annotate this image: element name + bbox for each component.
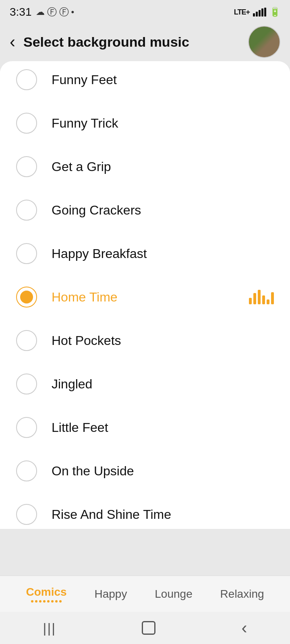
music-item-label: Rise And Shine Time [52, 507, 274, 522]
status-time: 3:31 ☁ Ⓕ Ⓕ • [10, 6, 74, 19]
menu-button[interactable]: ||| [43, 620, 56, 636]
avatar [248, 26, 280, 58]
tab-lounge[interactable]: Lounge [147, 584, 200, 604]
header: ‹ Select background music [0, 24, 290, 60]
music-item-label: Going Crackers [52, 203, 274, 218]
nav-bar: ||| ‹ [0, 612, 290, 644]
back-button[interactable]: ‹ [10, 33, 15, 50]
list-item[interactable]: Hot Pockets [0, 319, 290, 362]
music-list: Funny Feet Funny Trick Get a Grip Going … [0, 61, 290, 529]
radio-button[interactable] [16, 156, 37, 177]
music-item-label: Get a Grip [52, 159, 274, 174]
tab-active-indicator [31, 600, 62, 603]
music-item-label: Happy Breakfast [52, 246, 274, 261]
tab-label-relaxing: Relaxing [220, 588, 264, 601]
list-item[interactable]: Funny Trick [0, 101, 290, 145]
list-item[interactable]: Get a Grip [0, 145, 290, 188]
status-bar: 3:31 ☁ Ⓕ Ⓕ • LTE+ 🔋 [0, 0, 290, 24]
dot-icon: • [71, 7, 75, 17]
list-item[interactable]: Funny Feet [0, 65, 290, 101]
content-card: Funny Feet Funny Trick Get a Grip Going … [0, 61, 290, 529]
list-item[interactable]: Going Crackers [0, 188, 290, 232]
music-item-label-selected: Home Time [52, 290, 234, 305]
music-item-label: Hot Pockets [52, 333, 274, 348]
list-item-selected[interactable]: Home Time [0, 275, 290, 319]
list-item[interactable]: Jingled [0, 362, 290, 406]
radio-button[interactable] [16, 69, 37, 90]
list-item[interactable]: On the Upside [0, 449, 290, 493]
radio-button[interactable] [16, 417, 37, 438]
radio-button[interactable] [16, 113, 37, 134]
status-right: LTE+ 🔋 [234, 7, 280, 17]
fb-icon-2: Ⓕ [59, 6, 69, 19]
status-icons: ☁ Ⓕ Ⓕ • [36, 6, 75, 19]
cloud-icon: ☁ [36, 7, 45, 17]
lte-badge: LTE+ [234, 8, 250, 17]
tab-happy[interactable]: Happy [86, 584, 135, 604]
battery-icon: 🔋 [269, 7, 280, 17]
signal-bars [253, 8, 266, 17]
page-title: Select background music [23, 34, 240, 50]
music-item-label: Funny Feet [52, 72, 274, 87]
tab-bar: Comics Happy Lounge Relaxing [0, 576, 290, 612]
music-item-label: Jingled [52, 377, 274, 392]
tab-label-comics: Comics [26, 586, 66, 599]
tab-comics[interactable]: Comics [18, 582, 75, 606]
home-button[interactable] [142, 621, 155, 635]
music-item-label: Funny Trick [52, 116, 274, 131]
now-playing-icon [249, 290, 274, 304]
list-item[interactable]: Rise And Shine Time [0, 493, 290, 529]
radio-button[interactable] [16, 200, 37, 221]
list-item[interactable]: Little Feet [0, 406, 290, 449]
radio-button[interactable] [16, 243, 37, 264]
radio-button[interactable] [16, 460, 37, 481]
tab-relaxing[interactable]: Relaxing [212, 584, 272, 604]
list-item[interactable]: Happy Breakfast [0, 232, 290, 275]
radio-button[interactable] [16, 374, 37, 394]
radio-button[interactable] [16, 330, 37, 351]
fb-icon-1: Ⓕ [47, 6, 57, 19]
radio-button-selected[interactable] [16, 287, 37, 308]
radio-button[interactable] [16, 504, 37, 525]
tab-label-happy: Happy [94, 588, 127, 601]
tab-label-lounge: Lounge [155, 588, 192, 601]
back-nav-button[interactable]: ‹ [241, 618, 247, 638]
music-item-label: Little Feet [52, 420, 274, 435]
music-item-label: On the Upside [52, 464, 274, 479]
